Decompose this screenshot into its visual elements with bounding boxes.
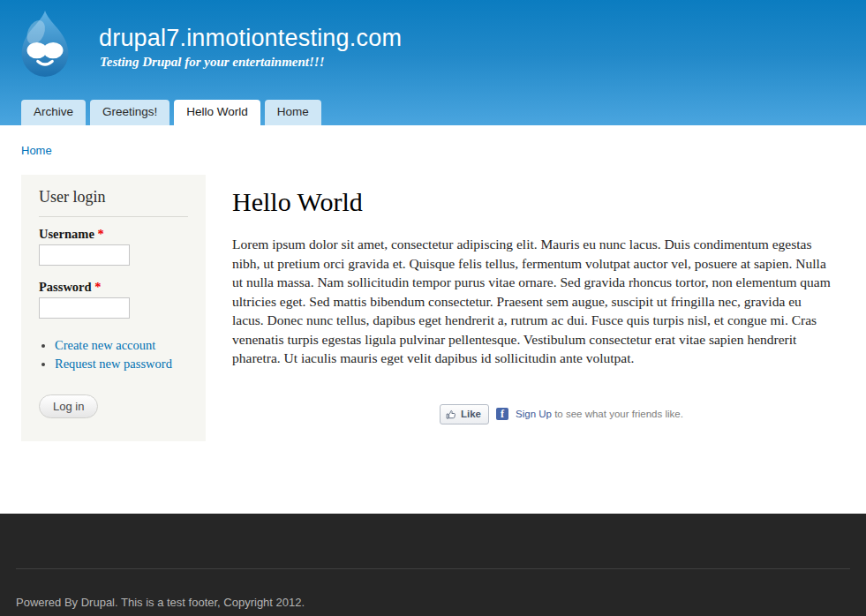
tab-archive[interactable]: Archive xyxy=(21,100,86,125)
footer-divider xyxy=(16,568,850,569)
drupal-logo-icon[interactable] xyxy=(15,9,75,83)
facebook-signup-rest: to see what your friends like. xyxy=(552,409,683,419)
site-header: drupal7.inmotiontesting.com Testing Drup… xyxy=(0,0,866,125)
main-content: Hello World Lorem ipsum dolor sit amet, … xyxy=(232,125,832,368)
list-item: Request new password xyxy=(55,355,188,373)
create-new-account-link[interactable]: Create new account xyxy=(55,338,155,352)
password-label-text: Password xyxy=(39,280,92,294)
list-item: Create new account xyxy=(55,336,188,355)
log-in-button[interactable]: Log in xyxy=(39,394,98,418)
facebook-signup-text: Sign Up to see what your friends like. xyxy=(516,409,683,419)
main-menu-tabs: Archive Greetings! Hello World Home xyxy=(21,100,321,125)
page-title: Hello World xyxy=(232,188,832,216)
breadcrumb: Home xyxy=(21,144,52,157)
facebook-like-widget: Like f Sign Up to see what your friends … xyxy=(440,403,683,424)
tab-home[interactable]: Home xyxy=(265,100,321,125)
username-label-text: Username xyxy=(39,227,94,241)
required-marker: * xyxy=(97,227,103,241)
password-input[interactable] xyxy=(39,297,130,319)
like-button-label: Like xyxy=(461,409,481,419)
tab-greetings[interactable]: Greetings! xyxy=(90,100,169,125)
facebook-sign-up-link[interactable]: Sign Up xyxy=(516,409,552,419)
site-name[interactable]: drupal7.inmotiontesting.com xyxy=(99,25,402,52)
username-label: Username * xyxy=(39,227,188,242)
required-marker: * xyxy=(94,280,101,294)
username-input[interactable] xyxy=(39,244,130,266)
facebook-like-button[interactable]: Like xyxy=(440,404,489,424)
password-label: Password * xyxy=(39,280,188,295)
tab-hello-world[interactable]: Hello World xyxy=(174,100,260,125)
article-body: Lorem ipsum dolor sit amet, consectetur … xyxy=(232,235,832,368)
username-form-item: Username * xyxy=(39,227,188,266)
request-new-password-link[interactable]: Request new password xyxy=(55,357,172,371)
page: drupal7.inmotiontesting.com Testing Drup… xyxy=(0,0,866,616)
footer-text: Powered By Drupal. This is a test footer… xyxy=(16,596,305,609)
password-form-item: Password * xyxy=(39,280,188,319)
site-slogan: Testing Drupal for your entertainment!!! xyxy=(100,55,325,70)
login-links-list: Create new account Request new password xyxy=(55,336,188,373)
breadcrumb-home-link[interactable]: Home xyxy=(21,144,52,157)
footer: Powered By Drupal. This is a test footer… xyxy=(0,514,866,616)
thumbs-up-icon xyxy=(446,409,457,420)
user-login-block: User login Username * Password * Create … xyxy=(21,175,206,441)
facebook-icon[interactable]: f xyxy=(496,408,508,420)
user-login-title: User login xyxy=(39,187,188,217)
